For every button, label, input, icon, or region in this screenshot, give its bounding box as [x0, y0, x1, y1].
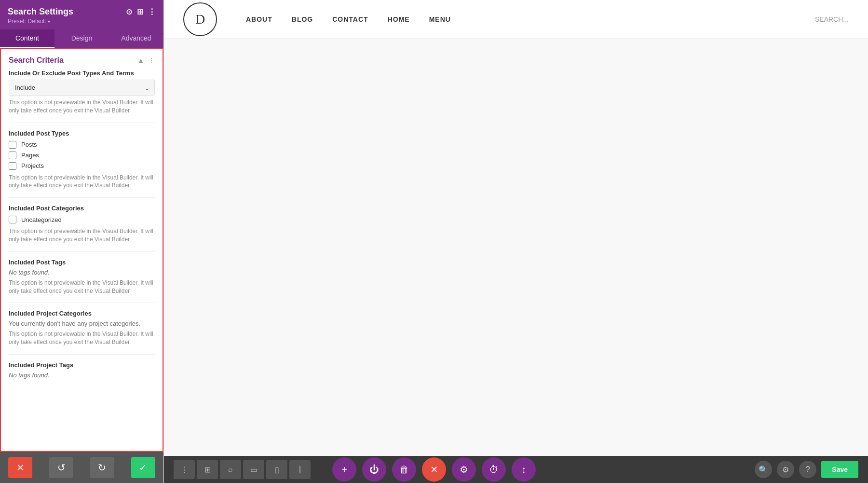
cancel-button[interactable]: ✕ [8, 457, 32, 478]
project-tags-empty: No tags found. [9, 372, 155, 379]
search-icon-btn[interactable]: 🔍 [755, 461, 772, 478]
sidebar-tabs: Content Design Advanced [0, 29, 163, 48]
sidebar-title-text: Search Settings [8, 7, 73, 17]
post-categories-list: Uncategorized [9, 216, 155, 223]
main-area: D ABOUT BLOG CONTACT HOME MENU SEARCH...… [164, 0, 868, 483]
nav-links: ABOUT BLOG CONTACT HOME MENU SEARCH... [246, 15, 849, 23]
nav-contact[interactable]: CONTACT [332, 15, 368, 23]
sidebar-content: Search Criteria ▲ ⋮ Include Or Exclude P… [0, 48, 163, 452]
nav-blog[interactable]: BLOG [292, 15, 313, 23]
collapse-icon[interactable]: ▲ [137, 56, 144, 64]
bottom-left-tools: ⋮ ⊞ ⌕ ▭ ▯ | [174, 460, 311, 479]
pages-label[interactable]: Pages [21, 152, 39, 159]
nav-search[interactable]: SEARCH... [815, 15, 849, 23]
more-options-btn[interactable]: ⋮ [174, 460, 195, 479]
tab-content[interactable]: Content [0, 29, 54, 48]
post-tags-label: Included Post Tags [9, 259, 155, 266]
include-exclude-desc: This option is not previewable in the Vi… [9, 98, 155, 115]
search-btn[interactable]: ⌕ [220, 460, 241, 479]
nav-menu[interactable]: MENU [429, 15, 451, 23]
mobile-view-btn[interactable]: | [289, 460, 311, 479]
include-exclude-label: Include Or Exclude Post Types And Terms [9, 69, 155, 77]
nav-about[interactable]: ABOUT [246, 15, 272, 23]
logo: D [183, 2, 217, 36]
project-tags-label: Included Project Tags [9, 361, 155, 369]
project-tags-section: Included Project Tags No tags found. [9, 354, 155, 379]
section-title: Search Criteria [9, 56, 64, 65]
bottom-right-tools: 🔍 ⚙ ? Save [755, 461, 858, 478]
sidebar-preset[interactable]: Preset: Default [8, 18, 156, 29]
top-nav: D ABOUT BLOG CONTACT HOME MENU SEARCH... [164, 0, 868, 39]
add-btn[interactable]: + [332, 457, 356, 482]
list-item: Posts [9, 141, 155, 149]
post-types-section: Included Post Types Posts Pages Proje [9, 123, 155, 190]
projects-label[interactable]: Projects [21, 162, 44, 169]
close-btn[interactable]: ✕ [422, 457, 446, 482]
post-tags-section: Included Post Tags No tags found. This o… [9, 251, 155, 295]
bottom-center-tools: + ⏻ 🗑 ✕ ⚙ ⏱ ↕ [332, 457, 536, 482]
nav-home[interactable]: HOME [388, 15, 410, 23]
pages-checkbox[interactable] [9, 152, 16, 159]
help-icon-btn[interactable]: ? [799, 461, 816, 478]
redo-button[interactable]: ↻ [90, 457, 114, 478]
section-body: Include Or Exclude Post Types And Terms … [1, 69, 163, 387]
tab-advanced[interactable]: Advanced [109, 29, 163, 48]
history-btn[interactable]: ⏱ [482, 457, 506, 482]
undo-button[interactable]: ↺ [49, 457, 73, 478]
post-types-label: Included Post Types [9, 130, 155, 137]
include-exclude-select-wrapper: Include Exclude [9, 80, 155, 96]
canvas-area [164, 39, 868, 456]
project-categories-empty: You currently don't have any project cat… [9, 320, 155, 327]
list-item: Projects [9, 162, 155, 170]
more-icon[interactable]: ⋮ [148, 7, 156, 16]
include-exclude-select[interactable]: Include Exclude [9, 80, 155, 96]
sidebar-title-row: Search Settings ⊙ ⊞ ⋮ [8, 7, 156, 17]
post-tags-desc: This option is not previewable in the Vi… [9, 279, 155, 295]
tab-design[interactable]: Design [54, 29, 109, 48]
list-item: Pages [9, 152, 155, 159]
posts-label[interactable]: Posts [21, 141, 37, 148]
confirm-button[interactable]: ✓ [131, 457, 155, 478]
project-categories-label: Included Project Categories [9, 310, 155, 317]
project-categories-desc: This option is not previewable in the Vi… [9, 330, 155, 346]
layout-icon[interactable]: ⊞ [137, 7, 143, 16]
sidebar-footer: ✕ ↺ ↻ ✓ [0, 452, 163, 483]
save-button[interactable]: Save [821, 461, 858, 478]
post-tags-empty: No tags found. [9, 269, 155, 276]
post-categories-desc: This option is not previewable in the Vi… [9, 227, 155, 244]
post-categories-label: Included Post Categories [9, 205, 155, 212]
uncategorized-label[interactable]: Uncategorized [21, 216, 62, 223]
power-btn[interactable]: ⏻ [362, 457, 386, 482]
post-types-desc: This option is not previewable in the Vi… [9, 174, 155, 190]
sidebar: Search Settings ⊙ ⊞ ⋮ Preset: Default Co… [0, 0, 164, 483]
project-categories-section: Included Project Categories You currentl… [9, 303, 155, 346]
settings-icon-btn[interactable]: ⚙ [777, 461, 794, 478]
posts-checkbox[interactable] [9, 141, 16, 149]
settings-btn[interactable]: ⚙ [452, 457, 476, 482]
sidebar-title-icons: ⊙ ⊞ ⋮ [126, 7, 156, 16]
tablet-view-btn[interactable]: ▯ [266, 460, 287, 479]
bottom-bar: ⋮ ⊞ ⌕ ▭ ▯ | + ⏻ 🗑 ✕ ⚙ ⏱ ↕ 🔍 ⚙ ? Save [164, 456, 868, 483]
post-types-list: Posts Pages Projects [9, 141, 155, 170]
focus-icon[interactable]: ⊙ [126, 7, 132, 16]
projects-checkbox[interactable] [9, 162, 16, 170]
section-header-icons: ▲ ⋮ [137, 56, 155, 64]
section-more-icon[interactable]: ⋮ [148, 56, 155, 64]
sidebar-header: Search Settings ⊙ ⊞ ⋮ Preset: Default [0, 0, 163, 29]
grid-view-btn[interactable]: ⊞ [197, 460, 218, 479]
move-btn[interactable]: ↕ [512, 457, 536, 482]
section-header: Search Criteria ▲ ⋮ [1, 49, 163, 69]
post-categories-section: Included Post Categories Uncategorized T… [9, 197, 155, 244]
delete-btn[interactable]: 🗑 [392, 457, 416, 482]
uncategorized-checkbox[interactable] [9, 216, 16, 223]
include-exclude-field: Include Or Exclude Post Types And Terms … [9, 69, 155, 115]
list-item: Uncategorized [9, 216, 155, 223]
desktop-view-btn[interactable]: ▭ [243, 460, 264, 479]
